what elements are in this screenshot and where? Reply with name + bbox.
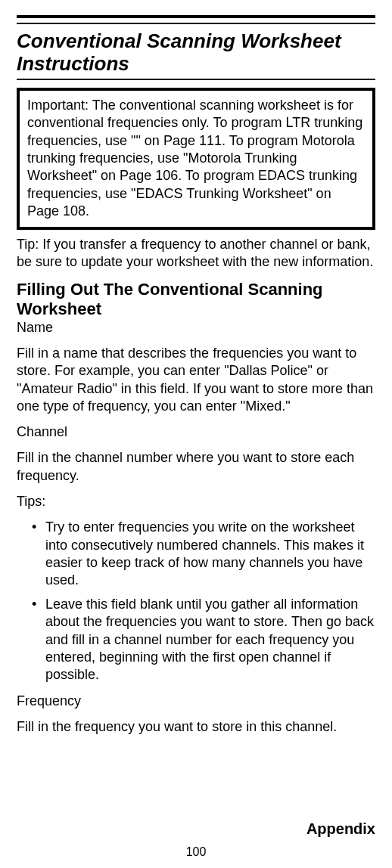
- rule-thick: [17, 15, 375, 18]
- tips-list: Try to enter frequencies you write on th…: [17, 519, 375, 684]
- important-box: Important: The conventional scanning wor…: [17, 88, 375, 230]
- tip-paragraph: Tip: If you transfer a frequency to anot…: [17, 236, 375, 271]
- title-underline: [17, 79, 375, 80]
- name-label: Name: [17, 320, 375, 336]
- page-content: Conventional Scanning Worksheet Instruct…: [0, 0, 392, 736]
- frequency-label: Frequency: [17, 693, 375, 709]
- list-item: Leave this field blank until you gather …: [32, 596, 375, 684]
- frequency-text: Fill in the frequency you want to store …: [17, 718, 375, 736]
- rule-thin: [17, 23, 375, 24]
- appendix-label: Appendix: [306, 820, 375, 838]
- name-text: Fill in a name that describes the freque…: [17, 345, 375, 416]
- list-item: Try to enter frequencies you write on th…: [32, 519, 375, 590]
- channel-label: Channel: [17, 424, 375, 440]
- page-number: 100: [186, 845, 207, 859]
- tips-label: Tips:: [17, 494, 375, 510]
- sub-heading: Filling Out The Conventional Scanning Wo…: [17, 280, 375, 318]
- channel-text: Fill in the channel number where you wan…: [17, 449, 375, 485]
- section-title: Conventional Scanning Worksheet Instruct…: [17, 30, 375, 76]
